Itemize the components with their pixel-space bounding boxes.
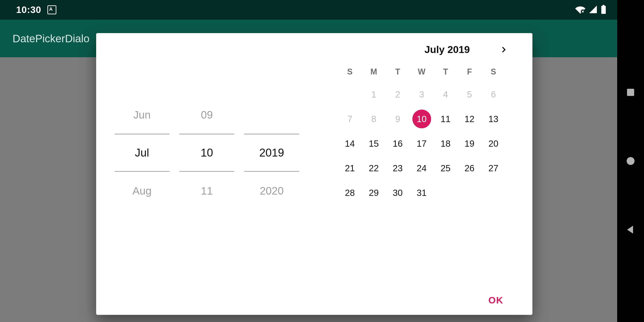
status-bar-left: 10:30 A bbox=[16, 4, 56, 15]
calendar-day: 6 bbox=[482, 84, 505, 105]
calendar-day[interactable]: 26 bbox=[458, 158, 482, 178]
calendar-day[interactable]: 25 bbox=[434, 158, 458, 178]
dialog-body: Jun Jul Aug 09 10 11 2019 2020 July 2019 bbox=[96, 33, 532, 286]
calendar-day[interactable]: 22 bbox=[362, 158, 386, 178]
dialog-actions: OK bbox=[96, 286, 532, 315]
chevron-right-icon bbox=[500, 46, 508, 54]
calendar-day: 3 bbox=[410, 84, 434, 105]
calendar-dow: F bbox=[458, 64, 482, 80]
calendar-day[interactable]: 28 bbox=[338, 182, 362, 203]
calendar-day: 4 bbox=[434, 84, 458, 105]
status-clock: 10:30 bbox=[16, 4, 41, 15]
calendar-dow: S bbox=[482, 64, 505, 80]
calendar-dow: T bbox=[434, 64, 458, 80]
calendar-dow: M bbox=[362, 64, 386, 80]
calendar-day[interactable]: 15 bbox=[362, 133, 386, 154]
calendar-day[interactable]: 20 bbox=[482, 133, 505, 154]
year-current[interactable]: 2019 bbox=[244, 134, 299, 172]
calendar-blank bbox=[338, 84, 362, 105]
year-prev[interactable] bbox=[244, 96, 299, 134]
calendar-day[interactable]: 14 bbox=[338, 133, 362, 154]
day-spinner[interactable]: 09 10 11 bbox=[179, 96, 234, 210]
system-nav-bar bbox=[617, 0, 644, 322]
calendar-day: 8 bbox=[362, 109, 386, 129]
calendar-day[interactable]: 10 bbox=[410, 109, 434, 129]
calendar-month-label: July 2019 bbox=[424, 44, 470, 56]
calendar-day: 2 bbox=[386, 84, 410, 105]
svg-rect-2 bbox=[603, 5, 604, 6]
calendar-day[interactable]: 12 bbox=[458, 109, 482, 129]
calendar-day[interactable]: 30 bbox=[386, 182, 410, 203]
month-next[interactable]: Aug bbox=[114, 172, 170, 210]
overview-button[interactable] bbox=[626, 88, 636, 97]
calendar-pane: July 2019 SMTWTFS12345678910111213141516… bbox=[318, 33, 532, 286]
svg-rect-1 bbox=[601, 6, 606, 14]
home-button[interactable] bbox=[626, 156, 636, 166]
day-prev[interactable]: 09 bbox=[179, 96, 234, 134]
next-month-button[interactable] bbox=[498, 44, 510, 56]
calendar-day: 7 bbox=[338, 109, 362, 129]
calendar-dow: W bbox=[410, 64, 434, 80]
calendar-day: 5 bbox=[458, 84, 482, 105]
year-next[interactable]: 2020 bbox=[244, 172, 299, 210]
wifi-icon bbox=[575, 5, 586, 14]
calendar-day[interactable]: 31 bbox=[410, 182, 434, 203]
svg-point-4 bbox=[626, 157, 634, 165]
year-spinner[interactable]: 2019 2020 bbox=[244, 96, 299, 210]
calendar-day[interactable]: 13 bbox=[482, 109, 505, 129]
calendar-day[interactable]: 21 bbox=[338, 158, 362, 178]
status-bar-right bbox=[575, 5, 606, 15]
device-screen: 10:30 A DatePickerDialo Jun Jul Aug bbox=[0, 0, 617, 322]
calendar-dow: S bbox=[338, 64, 362, 80]
spinner-pane: Jun Jul Aug 09 10 11 2019 2020 bbox=[96, 33, 318, 286]
day-next[interactable]: 11 bbox=[179, 172, 234, 210]
calendar-day[interactable]: 27 bbox=[482, 158, 505, 178]
month-spinner[interactable]: Jun Jul Aug bbox=[114, 96, 170, 210]
calendar-day: 9 bbox=[386, 109, 410, 129]
battery-icon bbox=[600, 5, 606, 15]
calendar-day: 1 bbox=[362, 84, 386, 105]
calendar-day[interactable]: 19 bbox=[458, 133, 482, 154]
app-title: DatePickerDialo bbox=[12, 32, 90, 45]
back-button[interactable] bbox=[626, 225, 636, 234]
calendar-day[interactable]: 29 bbox=[362, 182, 386, 203]
calendar-day[interactable]: 16 bbox=[386, 133, 410, 154]
calendar-day[interactable]: 18 bbox=[434, 133, 458, 154]
keyboard-indicator-icon: A bbox=[48, 5, 56, 14]
calendar-day[interactable]: 11 bbox=[434, 109, 458, 129]
calendar-day[interactable]: 17 bbox=[410, 133, 434, 154]
status-bar: 10:30 A bbox=[0, 0, 617, 20]
date-picker-dialog: Jun Jul Aug 09 10 11 2019 2020 July 2019 bbox=[96, 33, 532, 315]
cellular-signal-icon bbox=[588, 5, 598, 14]
svg-rect-3 bbox=[627, 89, 634, 96]
calendar-header: July 2019 bbox=[326, 44, 517, 56]
ok-button[interactable]: OK bbox=[482, 290, 510, 310]
month-current[interactable]: Jul bbox=[114, 134, 170, 172]
calendar-day[interactable]: 23 bbox=[386, 158, 410, 178]
calendar-day[interactable]: 24 bbox=[410, 158, 434, 178]
day-current[interactable]: 10 bbox=[179, 134, 234, 172]
month-prev[interactable]: Jun bbox=[114, 96, 170, 134]
calendar-dow: T bbox=[386, 64, 410, 80]
calendar-grid: SMTWTFS123456789101112131415161718192021… bbox=[326, 64, 517, 203]
